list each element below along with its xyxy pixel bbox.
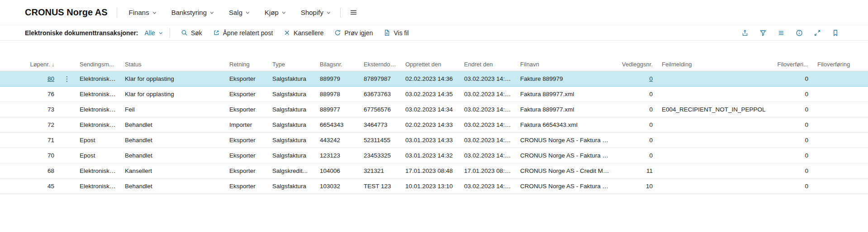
cell-vedleggsnr[interactable]: 10 <box>614 179 657 194</box>
column-header-feilmelding[interactable]: Feilmelding <box>657 58 772 71</box>
cell-filnavn[interactable]: CRONUS Norge AS - Faktura 1... <box>516 179 614 194</box>
cell-vedleggsnr[interactable]: 0 <box>614 117 657 133</box>
cell-eksterndok[interactable]: 52311455 <box>359 133 401 148</box>
cell-opprettet-den[interactable]: 03.01.2023 14:32 <box>401 148 460 163</box>
cell-feilmelding[interactable] <box>657 117 772 133</box>
column-header-status[interactable]: Status <box>120 58 225 71</box>
cell-retning[interactable]: Eksporter <box>225 148 268 163</box>
column-header-filoverforing-1[interactable]: Filoverføri... <box>772 58 813 71</box>
row-menu-icon[interactable] <box>64 75 71 83</box>
cell-eksterndok[interactable]: 321321 <box>359 163 401 179</box>
cell-status[interactable]: Behandlet <box>120 133 225 148</box>
cell-feilmelding[interactable] <box>657 148 772 163</box>
cell-eksterndok[interactable]: 63673763 <box>359 87 401 102</box>
cell-bilagsnr[interactable]: 104006 <box>315 163 359 179</box>
table-row[interactable]: 70 Epost Behandlet Eksporter Salgsfaktur… <box>0 148 868 163</box>
cell-opprettet-den[interactable]: 17.01.2023 08:48 <box>401 163 460 179</box>
filter-icon[interactable] <box>759 29 767 37</box>
lopenr-link[interactable]: 68 <box>47 167 54 174</box>
cell-filoverforing-1[interactable]: 0 <box>772 87 813 102</box>
cell-lopenr[interactable]: 71 <box>0 133 59 148</box>
cell-eksterndok[interactable]: 87897987 <box>359 71 401 87</box>
cell-lopenr[interactable]: 45 <box>0 179 59 194</box>
lopenr-link[interactable]: 73 <box>47 106 54 113</box>
cell-feilmelding[interactable] <box>657 87 772 102</box>
cell-type[interactable]: Salgsfaktura <box>268 71 315 87</box>
column-header-type[interactable]: Type <box>268 58 315 71</box>
cell-feilmelding[interactable] <box>657 71 772 87</box>
cell-filoverforing-2[interactable] <box>813 163 868 179</box>
cell-eksterndok[interactable]: 67756576 <box>359 102 401 117</box>
cell-status[interactable]: Behandlet <box>120 148 225 163</box>
column-header-lopenr[interactable]: Løpenr.↓ <box>0 58 59 71</box>
cell-vedleggsnr[interactable]: 11 <box>614 163 657 179</box>
column-header-sendingsmate[interactable]: Sendingsm... <box>75 58 120 71</box>
cell-endret-den[interactable]: 03.02.2023 14:38 <box>460 102 516 117</box>
cell-filoverforing-1[interactable]: 0 <box>772 133 813 148</box>
cell-filoverforing-1[interactable]: 0 <box>772 71 813 87</box>
cell-vedleggsnr[interactable]: 0 <box>614 71 657 87</box>
table-row[interactable]: 80 Elektronisk ... Klar for opplasting E… <box>0 71 868 87</box>
cell-status[interactable]: Klar for opplasting <box>120 87 225 102</box>
cell-bilagsnr[interactable]: 889979 <box>315 71 359 87</box>
cell-opprettet-den[interactable]: 10.01.2023 13:10 <box>401 179 460 194</box>
cell-opprettet-den[interactable]: 03.02.2023 14:35 <box>401 87 460 102</box>
cell-opprettet-den[interactable]: 03.01.2023 14:33 <box>401 133 460 148</box>
table-row[interactable]: 76 Elektronisk ... Klar for opplasting E… <box>0 87 868 102</box>
cell-feilmelding[interactable]: E004_RECIPIENT_NOT_IN_PEPPOL <box>657 102 772 117</box>
menu-kjop[interactable]: Kjøp <box>265 9 286 16</box>
column-header-endret-den[interactable]: Endret den <box>460 58 516 71</box>
vis-fil-button[interactable]: Vis fil <box>383 28 409 38</box>
cell-sendingsmate[interactable]: Elektronisk ... <box>75 117 120 133</box>
cell-vedleggsnr[interactable]: 0 <box>614 133 657 148</box>
cell-type[interactable]: Salgsfaktura <box>268 148 315 163</box>
lopenr-link[interactable]: 76 <box>47 91 54 97</box>
cell-type[interactable]: Salgsfaktura <box>268 179 315 194</box>
cell-retning[interactable]: Eksporter <box>225 163 268 179</box>
table-row[interactable]: 71 Epost Behandlet Eksporter Salgsfaktur… <box>0 133 868 148</box>
cell-filoverforing-2[interactable] <box>813 133 868 148</box>
company-name[interactable]: CRONUS Norge AS <box>25 7 108 18</box>
menu-finans[interactable]: Finans <box>129 9 157 16</box>
cell-retning[interactable]: Eksporter <box>225 87 268 102</box>
cell-endret-den[interactable]: 03.02.2023 14:37 <box>460 71 516 87</box>
list-view-icon[interactable] <box>778 29 785 37</box>
cell-opprettet-den[interactable]: 02.02.2023 14:36 <box>401 71 460 87</box>
cell-endret-den[interactable]: 03.02.2023 14:38 <box>460 179 516 194</box>
cell-eksterndok[interactable]: 23453325 <box>359 148 401 163</box>
cell-retning[interactable]: Eksporter <box>225 179 268 194</box>
cell-retning[interactable]: Eksporter <box>225 102 268 117</box>
info-icon[interactable] <box>796 29 803 37</box>
menu-bankstyring[interactable]: Bankstyring <box>171 9 214 16</box>
table-row[interactable]: 73 Elektronisk ... Feil Eksporter Salgsf… <box>0 102 868 117</box>
cell-filoverforing-2[interactable] <box>813 87 868 102</box>
lopenr-link[interactable]: 80 <box>47 75 54 82</box>
cell-filnavn[interactable]: CRONUS Norge AS - Faktura 1... <box>516 133 614 148</box>
cell-endret-den[interactable]: 03.02.2023 14:36 <box>460 133 516 148</box>
cell-retning[interactable]: Eksporter <box>225 133 268 148</box>
cell-status[interactable]: Klar for opplasting <box>120 71 225 87</box>
kansellere-button[interactable]: Kansellere <box>283 28 324 38</box>
cell-filnavn[interactable]: Faktura 6654343.xml <box>516 117 614 133</box>
column-header-opprettet-den[interactable]: Opprettet den <box>401 58 460 71</box>
cell-sendingsmate[interactable]: Elektronisk ... <box>75 71 120 87</box>
cell-filnavn[interactable]: Fakture 889979 <box>516 71 614 87</box>
lopenr-link[interactable]: 71 <box>47 137 54 144</box>
cell-vedleggsnr[interactable]: 0 <box>614 102 657 117</box>
cell-status[interactable]: Behandlet <box>120 179 225 194</box>
cell-eksterndok[interactable]: 3464773 <box>359 117 401 133</box>
cell-type[interactable]: Salgsfaktura <box>268 117 315 133</box>
cell-endret-den[interactable]: 03.02.2023 14:36 <box>460 117 516 133</box>
search-button[interactable]: Søk <box>180 28 203 38</box>
cell-lopenr[interactable]: 70 <box>0 148 59 163</box>
lopenr-link[interactable]: 45 <box>47 183 54 190</box>
cell-filoverforing-2[interactable] <box>813 179 868 194</box>
cell-sendingsmate[interactable]: Epost <box>75 148 120 163</box>
resize-icon[interactable] <box>814 29 821 37</box>
column-header-eksterndok[interactable]: Eksterndok... <box>359 58 401 71</box>
view-filter-dropdown[interactable]: Alle <box>145 29 163 37</box>
lopenr-link[interactable]: 72 <box>47 121 54 128</box>
cell-retning[interactable]: Eksporter <box>225 71 268 87</box>
cell-status[interactable]: Feil <box>120 102 225 117</box>
cell-filnavn[interactable]: Faktura 889977.xml <box>516 102 614 117</box>
